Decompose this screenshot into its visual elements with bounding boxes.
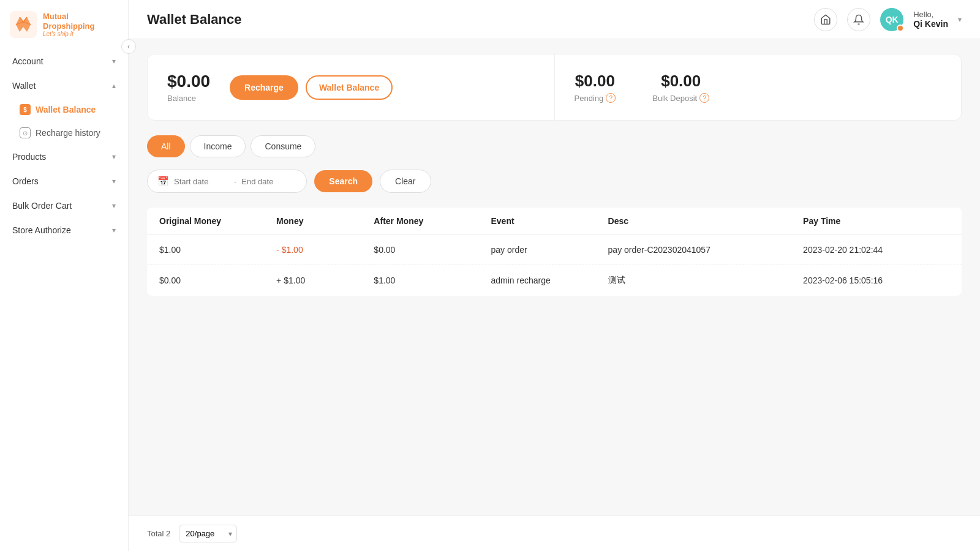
avatar[interactable]: QK (880, 8, 903, 31)
wallet-balance-button[interactable]: Wallet Balance (306, 75, 393, 100)
tab-consume[interactable]: Consume (251, 135, 315, 157)
chevron-down-icon: ▾ (112, 226, 116, 234)
sidebar-collapse-button[interactable]: ‹ (121, 39, 136, 54)
logo: Mutual Dropshipping Let's ship it (0, 0, 128, 49)
page-size-select[interactable]: 20/page 50/page 100/page (179, 525, 237, 542)
sidebar-item-orders[interactable]: Orders ▾ (0, 169, 128, 193)
calendar-icon: 📅 (157, 176, 169, 187)
end-date-input[interactable] (241, 177, 296, 186)
sidebar-item-store-authorize[interactable]: Store Authorize ▾ (0, 218, 128, 242)
cell-money: - $1.00 (276, 245, 374, 255)
search-button[interactable]: Search (314, 170, 372, 192)
cell-after-money: $1.00 (374, 276, 491, 285)
transactions-table: Original Money Money After Money Event D… (147, 208, 962, 296)
pending-amount: $0.00 (575, 72, 616, 91)
balance-amount: $0.00 (167, 72, 210, 91)
footer: Total 2 20/page 50/page 100/page (129, 515, 980, 551)
content-area: $0.00 Balance Recharge Wallet Balance $0… (129, 39, 980, 515)
chevron-down-icon: ▾ (112, 201, 116, 210)
chevron-up-icon: ▴ (112, 81, 116, 90)
logo-icon (10, 11, 37, 38)
chevron-down-icon: ▾ (112, 57, 116, 66)
col-header-desc: Desc (608, 216, 804, 226)
sidebar-item-account[interactable]: Account ▾ (0, 49, 128, 73)
tab-all[interactable]: All (147, 135, 185, 157)
date-range-picker[interactable]: 📅 - (147, 170, 307, 193)
bulk-deposit-info-icon: ? (699, 93, 709, 103)
logo-name: Mutual Dropshipping (43, 12, 95, 31)
table-row: $1.00 - $1.00 $0.00 pay order pay order-… (147, 235, 962, 265)
cell-event: admin recharge (491, 276, 608, 285)
cell-event: pay order (491, 245, 608, 255)
bulk-deposit-info: $0.00 Bulk Deposit ? (652, 72, 709, 103)
cell-original-money: $1.00 (159, 245, 276, 255)
tab-income[interactable]: Income (190, 135, 246, 157)
cell-money: + $1.00 (276, 276, 374, 285)
col-header-original-money: Original Money (159, 216, 276, 226)
home-icon (820, 14, 831, 25)
balance-cards: $0.00 Balance Recharge Wallet Balance $0… (147, 54, 962, 121)
sidebar-item-products[interactable]: Products ▾ (0, 144, 128, 169)
cell-original-money: $0.00 (159, 276, 276, 285)
cell-desc: pay order-C202302041057 (608, 245, 804, 255)
col-header-pay-time: Pay Time (803, 216, 949, 226)
avatar-badge (897, 24, 904, 32)
page-size-select-wrap[interactable]: 20/page 50/page 100/page (179, 525, 237, 542)
recharge-button[interactable]: Recharge (230, 75, 298, 100)
bulk-deposit-amount: $0.00 (652, 72, 709, 91)
total-label: Total 2 (147, 529, 170, 538)
chevron-down-icon: ▾ (112, 152, 116, 161)
sidebar-item-wallet-balance[interactable]: $ Wallet Balance (0, 98, 128, 121)
table-row: $0.00 + $1.00 $1.00 admin recharge 测试 20… (147, 265, 962, 296)
sidebar-item-recharge-history[interactable]: ⊙ Recharge history (0, 121, 128, 144)
balance-card-left: $0.00 Balance Recharge Wallet Balance (148, 54, 555, 120)
wallet-balance-icon: $ (20, 104, 31, 115)
sidebar-item-bulk-order-cart[interactable]: Bulk Order Cart ▾ (0, 193, 128, 218)
filter-tabs: All Income Consume (147, 135, 962, 157)
col-header-event: Event (491, 216, 608, 226)
cell-desc: 测试 (608, 275, 804, 286)
username: Qi Kevin (913, 19, 948, 29)
pending-info-icon: ? (606, 93, 616, 103)
pending-label: Pending ? (575, 93, 616, 103)
logo-tagline: Let's ship it (43, 31, 95, 37)
col-header-after-money: After Money (374, 216, 491, 226)
bulk-deposit-label: Bulk Deposit ? (652, 93, 709, 103)
pending-info: $0.00 Pending ? (575, 72, 616, 103)
hello-text: Hello, (913, 10, 948, 19)
sidebar: Mutual Dropshipping Let's ship it Accoun… (0, 0, 129, 551)
clear-button[interactable]: Clear (380, 170, 431, 193)
recharge-history-icon: ⊙ (20, 127, 31, 138)
header: Wallet Balance QK Hello, Qi Kevin (129, 0, 980, 39)
cell-after-money: $0.00 (374, 245, 491, 255)
cell-pay-time: 2023-02-06 15:05:16 (803, 276, 949, 285)
cell-pay-time: 2023-02-20 21:02:44 (803, 245, 949, 255)
user-menu-chevron[interactable]: ▾ (958, 15, 962, 24)
search-row: 📅 - Search Clear (147, 170, 962, 193)
header-actions: QK Hello, Qi Kevin ▾ (814, 8, 962, 31)
balance-label: Balance (167, 94, 210, 103)
notification-button[interactable] (847, 8, 870, 31)
sidebar-item-wallet[interactable]: Wallet ▴ (0, 73, 128, 98)
col-header-money: Money (276, 216, 374, 226)
bell-icon (853, 14, 864, 25)
main-content: Wallet Balance QK Hello, Qi Kevin (129, 0, 980, 551)
start-date-input[interactable] (174, 177, 229, 186)
balance-card-right: $0.00 Pending ? $0.00 Bulk Deposit ? (555, 54, 962, 120)
chevron-down-icon: ▾ (112, 177, 116, 186)
home-button[interactable] (814, 8, 837, 31)
table-header: Original Money Money After Money Event D… (147, 208, 962, 235)
page-title: Wallet Balance (147, 12, 241, 28)
